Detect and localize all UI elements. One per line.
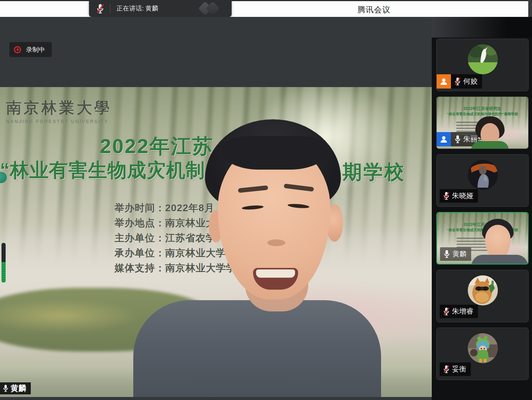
window-title: 腾讯会议: [357, 5, 390, 15]
recording-label: 录制中: [26, 45, 45, 54]
speaker-shirt: [133, 300, 381, 397]
mic-on-icon: [443, 250, 451, 259]
avatar-night-photo: [468, 160, 498, 190]
window-right-edge: [528, 0, 532, 17]
speaking-status-bar[interactable]: 正在讲话: 黄麟: [89, 0, 232, 17]
mini-slide-line1: 2022年江苏省研究生: [437, 106, 528, 111]
participant-tile-hejiao[interactable]: 何姣: [436, 39, 529, 91]
recording-indicator[interactable]: 录制中: [9, 42, 52, 57]
participant-tile-zhuxiaoya[interactable]: 朱晓娅: [436, 154, 529, 207]
participant-tiles: 何姣 2022年江苏省研究生 “林业有害生物成灾机制与绿色防控”暑期学校: [436, 39, 529, 380]
mic-muted-icon: [443, 307, 450, 316]
mic-muted-icon: [454, 77, 461, 86]
participant-name: 朱晓娅: [452, 191, 473, 201]
participants-sidebar: 何姣 2022年江苏省研究生 “林业有害生物成灾机制与绿色防控”暑期学校: [432, 17, 532, 400]
mini-slide-line1: 2022年江苏省研究生: [437, 222, 528, 227]
participant-tile-huanglin[interactable]: 2022年江苏省研究生 “林业有害生物成灾机制与绿色防控”暑期学校 黄麟: [436, 212, 529, 265]
sidebar-top-fade: [432, 17, 532, 38]
participant-name: 朱增睿: [452, 307, 473, 316]
speaker-nose: [267, 239, 285, 246]
avatar-orange-cat: [468, 275, 498, 305]
participant-label: 妥衡: [440, 362, 471, 376]
tencent-meeting-window: 腾讯会议 正在讲话: 黄麟 录制中: [0, 0, 532, 400]
participant-tile-tuoheng[interactable]: 妥衡: [436, 328, 529, 380]
main-speaker-video[interactable]: 南京林業大學 NANJING FORESTRY UNIVERSITY 2022年…: [0, 87, 432, 397]
mic-muted-icon: [443, 365, 450, 374]
participant-label: 朱增睿: [440, 305, 478, 318]
window-titlebar: 腾讯会议 正在讲话: 黄麟: [0, 0, 532, 17]
participant-name: 妥衡: [452, 364, 466, 374]
avatar-frog-hood-toy: [468, 333, 498, 363]
person-icon: [439, 135, 448, 144]
participant-tile-zhulihua[interactable]: 2022年江苏省研究生 “林业有害生物成灾机制与绿色防控”暑期学校 朱丽华: [436, 96, 529, 149]
mic-volume-meter: [2, 243, 6, 283]
mini-slide-line2: “林业有害生物成灾机制与绿色防控”暑期学校: [437, 112, 528, 117]
tencent-meeting-logo-icon: [195, 0, 225, 17]
person-icon: [439, 77, 448, 86]
participant-label: 朱晓娅: [440, 189, 478, 203]
main-stage: 录制中 南京林業大學 NANJING FORESTRY UNIVERSITY 2: [0, 17, 432, 400]
main-speaker-name: 黄麟: [11, 383, 26, 394]
window-top-edge: [0, 0, 532, 1]
speaking-label: 正在讲话: 黄麟: [116, 4, 158, 13]
woman-green-top: [471, 141, 509, 149]
speaker-figure: [0, 87, 432, 397]
mic-muted-icon: [96, 3, 105, 14]
participant-label: 何姣: [451, 74, 482, 89]
participant-tile-zhuzengrui[interactable]: 朱增睿: [436, 270, 529, 322]
mic-volume-level: [2, 262, 6, 283]
role-badge-orange: [437, 74, 451, 89]
speaker-mini-shirt: [472, 255, 528, 265]
recording-dot-icon: [14, 46, 21, 53]
mic-muted-icon: [443, 191, 450, 201]
role-badge-blue: [437, 132, 451, 146]
mic-on-icon: [2, 384, 9, 392]
main-speaker-name-tag: 黄麟: [0, 382, 31, 394]
participant-name: 何姣: [463, 77, 478, 86]
speaker-fringe: [221, 136, 328, 170]
avatar-bird-on-grass: [468, 44, 498, 74]
divider: [110, 4, 110, 13]
